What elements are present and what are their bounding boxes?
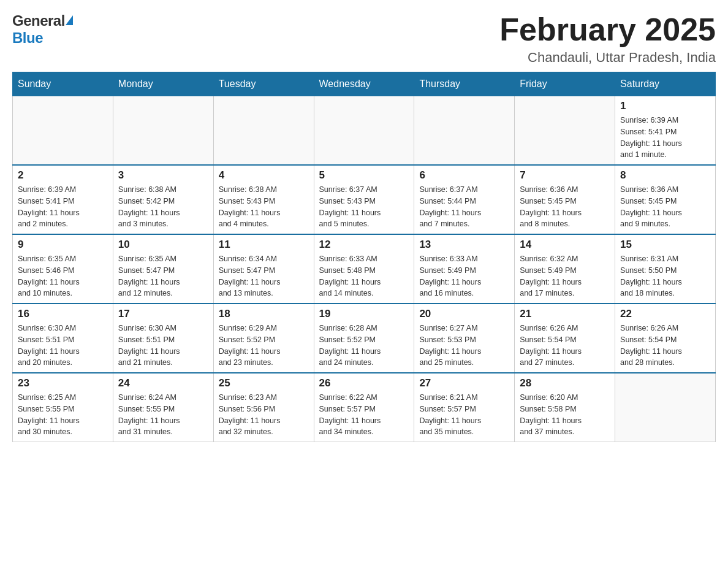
calendar-day: 8Sunrise: 6:36 AMSunset: 5:45 PMDaylight…	[615, 165, 716, 234]
day-number: 8	[620, 169, 710, 182]
calendar-day: 3Sunrise: 6:38 AMSunset: 5:42 PMDaylight…	[113, 165, 213, 234]
day-info: Sunrise: 6:24 AMSunset: 5:55 PMDaylight:…	[118, 392, 208, 438]
calendar-day: 1Sunrise: 6:39 AMSunset: 5:41 PMDaylight…	[615, 96, 716, 166]
calendar-day	[515, 96, 615, 166]
calendar-day: 2Sunrise: 6:39 AMSunset: 5:41 PMDaylight…	[13, 165, 113, 234]
day-number: 26	[319, 377, 409, 389]
day-info: Sunrise: 6:32 AMSunset: 5:49 PMDaylight:…	[520, 253, 610, 299]
calendar-day	[13, 96, 113, 166]
logo-flag-icon	[66, 15, 73, 25]
col-monday: Monday	[113, 72, 213, 96]
calendar-day	[113, 96, 213, 166]
calendar-day: 12Sunrise: 6:33 AMSunset: 5:48 PMDayligh…	[314, 234, 414, 304]
calendar-week-row: 2Sunrise: 6:39 AMSunset: 5:41 PMDaylight…	[13, 165, 716, 234]
calendar-day: 13Sunrise: 6:33 AMSunset: 5:49 PMDayligh…	[414, 234, 515, 304]
calendar-week-row: 9Sunrise: 6:35 AMSunset: 5:46 PMDaylight…	[13, 234, 716, 304]
page-header: General Blue February 2025 Chandauli, Ut…	[12, 12, 716, 66]
day-number: 3	[118, 169, 208, 182]
calendar-week-row: 23Sunrise: 6:25 AMSunset: 5:55 PMDayligh…	[13, 373, 716, 442]
day-info: Sunrise: 6:27 AMSunset: 5:53 PMDaylight:…	[419, 323, 509, 369]
day-number: 5	[319, 169, 409, 182]
day-info: Sunrise: 6:28 AMSunset: 5:52 PMDaylight:…	[319, 323, 409, 369]
calendar-body: 1Sunrise: 6:39 AMSunset: 5:41 PMDaylight…	[13, 96, 716, 442]
day-number: 1	[620, 100, 710, 112]
col-thursday: Thursday	[414, 72, 515, 96]
calendar-day: 17Sunrise: 6:30 AMSunset: 5:51 PMDayligh…	[113, 304, 213, 373]
day-number: 25	[219, 377, 309, 389]
day-info: Sunrise: 6:37 AMSunset: 5:43 PMDaylight:…	[319, 184, 409, 230]
day-info: Sunrise: 6:36 AMSunset: 5:45 PMDaylight:…	[620, 184, 710, 230]
calendar-day: 7Sunrise: 6:36 AMSunset: 5:45 PMDaylight…	[515, 165, 615, 234]
calendar-day: 15Sunrise: 6:31 AMSunset: 5:50 PMDayligh…	[615, 234, 716, 304]
day-number: 24	[118, 377, 208, 389]
calendar-day: 24Sunrise: 6:24 AMSunset: 5:55 PMDayligh…	[113, 373, 213, 442]
calendar-day: 11Sunrise: 6:34 AMSunset: 5:47 PMDayligh…	[213, 234, 314, 304]
day-number: 23	[18, 377, 108, 389]
day-number: 9	[18, 239, 108, 251]
day-number: 19	[319, 308, 409, 320]
day-number: 15	[620, 239, 710, 251]
calendar-week-row: 16Sunrise: 6:30 AMSunset: 5:51 PMDayligh…	[13, 304, 716, 373]
calendar-day: 18Sunrise: 6:29 AMSunset: 5:52 PMDayligh…	[213, 304, 314, 373]
day-info: Sunrise: 6:20 AMSunset: 5:58 PMDaylight:…	[520, 392, 610, 438]
calendar-table: Sunday Monday Tuesday Wednesday Thursday…	[12, 72, 716, 442]
day-info: Sunrise: 6:31 AMSunset: 5:50 PMDaylight:…	[620, 253, 710, 299]
day-info: Sunrise: 6:38 AMSunset: 5:43 PMDaylight:…	[219, 184, 309, 230]
col-tuesday: Tuesday	[213, 72, 314, 96]
day-number: 28	[520, 377, 610, 389]
day-info: Sunrise: 6:30 AMSunset: 5:51 PMDaylight:…	[18, 323, 108, 369]
col-friday: Friday	[515, 72, 615, 96]
calendar-day: 9Sunrise: 6:35 AMSunset: 5:46 PMDaylight…	[13, 234, 113, 304]
calendar-day: 25Sunrise: 6:23 AMSunset: 5:56 PMDayligh…	[213, 373, 314, 442]
location-subtitle: Chandauli, Uttar Pradesh, India	[499, 50, 716, 66]
day-number: 27	[419, 377, 509, 389]
day-info: Sunrise: 6:35 AMSunset: 5:47 PMDaylight:…	[118, 253, 208, 299]
calendar-day: 27Sunrise: 6:21 AMSunset: 5:57 PMDayligh…	[414, 373, 515, 442]
day-info: Sunrise: 6:26 AMSunset: 5:54 PMDaylight:…	[620, 323, 710, 369]
day-number: 10	[118, 239, 208, 251]
day-info: Sunrise: 6:26 AMSunset: 5:54 PMDaylight:…	[520, 323, 610, 369]
day-number: 7	[520, 169, 610, 182]
day-info: Sunrise: 6:39 AMSunset: 5:41 PMDaylight:…	[620, 115, 710, 161]
col-sunday: Sunday	[13, 72, 113, 96]
calendar-day	[314, 96, 414, 166]
calendar-day: 28Sunrise: 6:20 AMSunset: 5:58 PMDayligh…	[515, 373, 615, 442]
calendar-day: 20Sunrise: 6:27 AMSunset: 5:53 PMDayligh…	[414, 304, 515, 373]
calendar-day	[615, 373, 716, 442]
day-number: 12	[319, 239, 409, 251]
calendar-day: 4Sunrise: 6:38 AMSunset: 5:43 PMDaylight…	[213, 165, 314, 234]
day-info: Sunrise: 6:23 AMSunset: 5:56 PMDaylight:…	[219, 392, 309, 438]
calendar-day: 26Sunrise: 6:22 AMSunset: 5:57 PMDayligh…	[314, 373, 414, 442]
day-number: 4	[219, 169, 309, 182]
calendar-day: 21Sunrise: 6:26 AMSunset: 5:54 PMDayligh…	[515, 304, 615, 373]
day-number: 21	[520, 308, 610, 320]
day-info: Sunrise: 6:22 AMSunset: 5:57 PMDaylight:…	[319, 392, 409, 438]
day-number: 17	[118, 308, 208, 320]
logo-blue-text: Blue	[12, 29, 43, 46]
day-info: Sunrise: 6:25 AMSunset: 5:55 PMDaylight:…	[18, 392, 108, 438]
day-number: 20	[419, 308, 509, 320]
logo: General Blue	[12, 12, 73, 47]
day-number: 6	[419, 169, 509, 182]
logo-general-text: General	[12, 12, 65, 29]
calendar-day: 6Sunrise: 6:37 AMSunset: 5:44 PMDaylight…	[414, 165, 515, 234]
calendar-day: 16Sunrise: 6:30 AMSunset: 5:51 PMDayligh…	[13, 304, 113, 373]
day-info: Sunrise: 6:21 AMSunset: 5:57 PMDaylight:…	[419, 392, 509, 438]
day-number: 22	[620, 308, 710, 320]
title-block: February 2025 Chandauli, Uttar Pradesh, …	[499, 12, 716, 66]
day-info: Sunrise: 6:33 AMSunset: 5:49 PMDaylight:…	[419, 253, 509, 299]
day-info: Sunrise: 6:30 AMSunset: 5:51 PMDaylight:…	[118, 323, 208, 369]
day-info: Sunrise: 6:39 AMSunset: 5:41 PMDaylight:…	[18, 184, 108, 230]
month-title: February 2025	[499, 12, 716, 47]
day-number: 14	[520, 239, 610, 251]
day-info: Sunrise: 6:38 AMSunset: 5:42 PMDaylight:…	[118, 184, 208, 230]
calendar-day	[414, 96, 515, 166]
day-number: 2	[18, 169, 108, 182]
calendar-day	[213, 96, 314, 166]
calendar-day: 14Sunrise: 6:32 AMSunset: 5:49 PMDayligh…	[515, 234, 615, 304]
calendar-day: 19Sunrise: 6:28 AMSunset: 5:52 PMDayligh…	[314, 304, 414, 373]
calendar-day: 10Sunrise: 6:35 AMSunset: 5:47 PMDayligh…	[113, 234, 213, 304]
col-saturday: Saturday	[615, 72, 716, 96]
header-row: Sunday Monday Tuesday Wednesday Thursday…	[13, 72, 716, 96]
col-wednesday: Wednesday	[314, 72, 414, 96]
